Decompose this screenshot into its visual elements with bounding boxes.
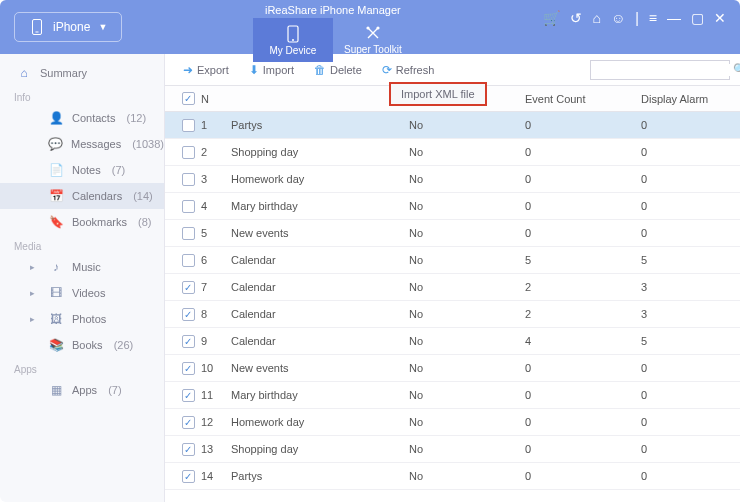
row-checkbox[interactable]	[182, 119, 195, 132]
cell-name: Partys	[231, 470, 409, 482]
row-checkbox[interactable]	[182, 362, 195, 375]
app-title: iReaShare iPhone Manager	[265, 4, 401, 16]
cell-number: 8	[201, 308, 231, 320]
search-box[interactable]: 🔍	[590, 60, 730, 80]
cell-eventcount: 0	[525, 470, 641, 482]
select-all-checkbox[interactable]	[182, 92, 195, 105]
table-row[interactable]: 11Mary birthdayNo00	[165, 382, 740, 409]
col-header-displayalarm[interactable]: Display Alarm	[641, 93, 740, 105]
cell-displayalarm: 0	[641, 146, 740, 158]
row-checkbox[interactable]	[182, 173, 195, 186]
books-icon: 📚	[48, 337, 64, 353]
import-button[interactable]: ⬇Import	[241, 59, 302, 81]
row-checkbox[interactable]	[182, 389, 195, 402]
menu-icon[interactable]: ≡	[649, 10, 657, 26]
sidebar-item-count: (7)	[105, 384, 122, 396]
sidebar-item-books[interactable]: 📚Books (26)	[0, 332, 164, 358]
cell-name: New events	[231, 227, 409, 239]
table-row[interactable]: 6CalendarNo55	[165, 247, 740, 274]
table-row[interactable]: 10New eventsNo00	[165, 355, 740, 382]
table-row[interactable]: 4Mary birthdayNo00	[165, 193, 740, 220]
sidebar-item-videos[interactable]: ▸🎞Videos	[0, 280, 164, 306]
svg-rect-1	[36, 32, 39, 33]
row-checkbox[interactable]	[182, 335, 195, 348]
row-checkbox[interactable]	[182, 146, 195, 159]
sidebar-item-music[interactable]: ▸♪Music	[0, 254, 164, 280]
sidebar-item-count: (8)	[135, 216, 152, 228]
cell-name: Shopping day	[231, 146, 409, 158]
table-row[interactable]: 3Homework dayNo00	[165, 166, 740, 193]
back-icon[interactable]: ↺	[570, 10, 582, 26]
home-icon: ⌂	[16, 65, 32, 81]
cell-readonly: No	[409, 227, 525, 239]
table-row[interactable]: 14PartysNo00	[165, 463, 740, 490]
sidebar-item-notes[interactable]: 📄Notes (7)	[0, 157, 164, 183]
import-icon: ⬇	[249, 63, 259, 77]
sidebar-item-bookmarks[interactable]: 🔖Bookmarks (8)	[0, 209, 164, 235]
cart-icon[interactable]: 🛒	[543, 10, 560, 26]
svg-point-3	[292, 39, 294, 41]
maximize-icon[interactable]: ▢	[691, 10, 704, 26]
cell-eventcount: 0	[525, 173, 641, 185]
dropdown-icon: ▼	[98, 22, 107, 32]
row-checkbox[interactable]	[182, 200, 195, 213]
cell-name: Homework day	[231, 173, 409, 185]
sidebar-item-label: Books	[72, 339, 103, 351]
table-row[interactable]: 2Shopping dayNo00	[165, 139, 740, 166]
col-header-number[interactable]: N	[201, 93, 231, 105]
row-checkbox[interactable]	[182, 254, 195, 267]
search-input[interactable]	[595, 64, 733, 76]
sidebar-item-photos[interactable]: ▸🖼Photos	[0, 306, 164, 332]
import-dropdown-item[interactable]: Import XML file	[389, 82, 487, 106]
content: ➜Export ⬇Import 🗑Delete ⟳Refresh 🔍 Impor…	[165, 54, 740, 502]
row-checkbox[interactable]	[182, 227, 195, 240]
feedback-icon[interactable]: ☺	[611, 10, 625, 26]
cell-number: 7	[201, 281, 231, 293]
expand-icon: ▸	[30, 262, 40, 272]
export-button[interactable]: ➜Export	[175, 59, 237, 81]
window-controls: 🛒 ↺ ⌂ ☺ | ≡ — ▢ ✕	[543, 0, 740, 26]
col-header-eventcount[interactable]: Event Count	[525, 93, 641, 105]
device-selector[interactable]: iPhone ▼	[14, 12, 122, 42]
cell-number: 11	[201, 389, 231, 401]
cell-displayalarm: 0	[641, 227, 740, 239]
cell-eventcount: 0	[525, 146, 641, 158]
cell-readonly: No	[409, 254, 525, 266]
import-label: Import	[263, 64, 294, 76]
row-checkbox[interactable]	[182, 308, 195, 321]
cell-eventcount: 0	[525, 119, 641, 131]
sidebar-item-contacts[interactable]: 👤Contacts (12)	[0, 105, 164, 131]
row-checkbox[interactable]	[182, 281, 195, 294]
refresh-button[interactable]: ⟳Refresh	[374, 59, 443, 81]
cell-readonly: No	[409, 335, 525, 347]
row-checkbox[interactable]	[182, 470, 195, 483]
cell-displayalarm: 0	[641, 443, 740, 455]
delete-button[interactable]: 🗑Delete	[306, 59, 370, 81]
table-row[interactable]: 9CalendarNo45	[165, 328, 740, 355]
search-icon[interactable]: 🔍	[733, 63, 740, 76]
table-row[interactable]: 12Homework dayNo00	[165, 409, 740, 436]
table-row[interactable]: 5New eventsNo00	[165, 220, 740, 247]
close-icon[interactable]: ✕	[714, 10, 726, 26]
sidebar-group-label: Info	[0, 86, 164, 105]
sidebar-item-apps[interactable]: ▦Apps (7)	[0, 377, 164, 403]
table-row[interactable]: 13Shopping dayNo00	[165, 436, 740, 463]
sidebar-summary[interactable]: ⌂ Summary	[0, 60, 164, 86]
row-checkbox[interactable]	[182, 443, 195, 456]
minimize-icon[interactable]: —	[667, 10, 681, 26]
cell-eventcount: 0	[525, 443, 641, 455]
table-row[interactable]: 1PartysNo00	[165, 112, 740, 139]
refresh-label: Refresh	[396, 64, 435, 76]
apps-icon: ▦	[48, 382, 64, 398]
table-row[interactable]: 8CalendarNo23	[165, 301, 740, 328]
cell-displayalarm: 0	[641, 200, 740, 212]
cell-number: 1	[201, 119, 231, 131]
cell-readonly: No	[409, 200, 525, 212]
cell-number: 4	[201, 200, 231, 212]
home-icon[interactable]: ⌂	[592, 10, 600, 26]
table-row[interactable]: 7CalendarNo23	[165, 274, 740, 301]
sidebar-item-calendars[interactable]: 📅Calendars (14)	[0, 183, 164, 209]
cell-name: Calendar	[231, 335, 409, 347]
sidebar-item-messages[interactable]: 💬Messages (1038)	[0, 131, 164, 157]
row-checkbox[interactable]	[182, 416, 195, 429]
